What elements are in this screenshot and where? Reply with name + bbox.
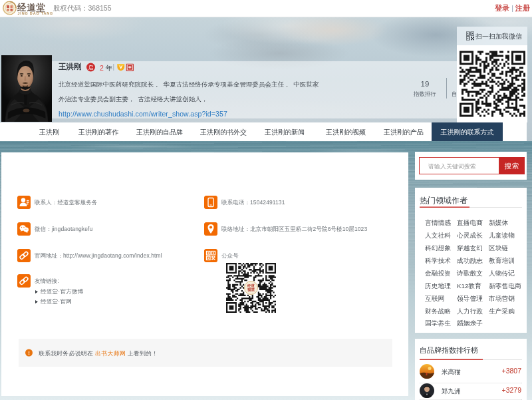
svg-text:福堂: 福堂 <box>247 288 255 292</box>
